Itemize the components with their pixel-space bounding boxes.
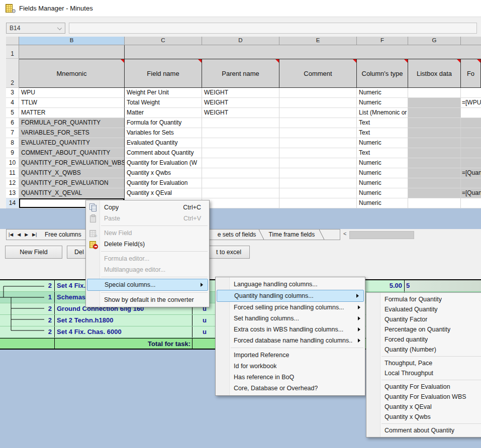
field-header-partial[interactable]: Fo — [461, 59, 481, 88]
field-header-comment[interactable]: Comment — [279, 59, 357, 88]
cell-mnemonic[interactable]: QUANTITY_FOR_EVALUATION — [19, 178, 125, 188]
cell-formula[interactable]: =[Quan — [461, 188, 481, 198]
cell-mnemonic[interactable]: QUANTITY_X_QWBS — [19, 168, 125, 178]
task-name-cell[interactable]: Set 4 Fix. Chas. 6000 — [54, 326, 192, 338]
cell-formula[interactable] — [461, 178, 481, 188]
menu-item[interactable]: Extra costs in WBS handling columns... — [216, 324, 365, 335]
cell-field-name[interactable]: Quantity x Qwbs — [125, 168, 202, 178]
menu-item[interactable]: Forced database name handling columns... — [216, 335, 365, 346]
cell-listbox-data[interactable] — [408, 168, 461, 178]
cell-column-type[interactable]: Numeric — [357, 168, 408, 178]
cell-formula[interactable] — [461, 118, 481, 128]
cell-column-type[interactable]: Text — [357, 118, 408, 128]
cell-formula[interactable] — [461, 158, 481, 168]
menu-item[interactable]: Show by default in the converter — [86, 294, 209, 305]
cell-parent-name[interactable]: WEIGHT — [202, 88, 279, 98]
cell-formula[interactable] — [461, 138, 481, 148]
cell-mnemonic[interactable]: COMMENT_ABOUT_QUANTITY — [19, 148, 125, 158]
cell-listbox-data[interactable] — [408, 138, 461, 148]
cell-comment[interactable] — [279, 118, 357, 128]
cell-comment[interactable] — [279, 148, 357, 158]
formula-input[interactable] — [69, 23, 477, 34]
cell-mnemonic[interactable]: WPU — [19, 88, 125, 98]
cell-parent-name[interactable] — [202, 148, 279, 158]
field-header-parent-name[interactable]: Parent name — [202, 59, 279, 88]
cell-field-name[interactable]: Total Weight — [125, 98, 202, 108]
column-header-C[interactable]: C — [125, 37, 202, 45]
cell-parent-name[interactable] — [202, 128, 279, 138]
row-number[interactable]: 14 — [6, 198, 19, 208]
row-number[interactable]: 1 — [6, 45, 19, 59]
column-header-F[interactable]: F — [357, 37, 408, 45]
cell-mnemonic[interactable]: VARIABLES_FOR_SETS — [19, 128, 125, 138]
row-number[interactable]: 11 — [6, 168, 19, 178]
row-number[interactable]: 7 — [6, 128, 19, 138]
field-header-mnemonic[interactable]: Mnemonic — [19, 59, 125, 88]
cell-formula[interactable]: =[Quan — [461, 168, 481, 178]
cell-formula[interactable] — [461, 128, 481, 138]
cell-formula[interactable]: =[WPU — [461, 98, 481, 108]
field-header-field-name[interactable]: Field name — [125, 59, 202, 88]
cells-row1-rest[interactable] — [125, 45, 481, 59]
cell-name-box[interactable]: B14 — [6, 23, 65, 34]
menu-item[interactable]: Quantity Factor — [366, 314, 481, 324]
cell-comment[interactable] — [279, 168, 357, 178]
column-header-G[interactable]: G — [408, 37, 461, 45]
menu-item[interactable]: CopyCtrl+C — [86, 202, 209, 213]
menu-item[interactable]: Special columns... — [87, 279, 208, 291]
prev-sheet-button[interactable]: ◀ — [15, 230, 23, 240]
cell-mnemonic[interactable]: QUANTITY_X_QEVAL — [19, 188, 125, 198]
cell-column-type[interactable]: Numeric — [357, 158, 408, 168]
row-number[interactable]: 10 — [6, 158, 19, 168]
menu-item[interactable]: Imported Reference — [216, 350, 365, 361]
cell-column-type[interactable]: Text — [357, 128, 408, 138]
column-header-partial[interactable] — [461, 37, 481, 45]
cell-listbox-data[interactable] — [408, 108, 461, 118]
row-number[interactable]: 9 — [6, 148, 19, 158]
cell-mnemonic[interactable]: QUANTITY_FOR_EVALUATION_WBS — [19, 158, 125, 168]
cell-listbox-data[interactable] — [408, 98, 461, 108]
menu-item[interactable]: Forced quantity — [366, 334, 481, 345]
cell-field-name[interactable]: Quantity for Evaluation (W — [125, 158, 202, 168]
row-number[interactable]: 2 — [6, 59, 19, 88]
cell-field-name[interactable]: Quantity x QEval — [125, 188, 202, 198]
menu-item[interactable]: Quantity For Evaluation WBS — [366, 392, 481, 402]
cell-mnemonic[interactable]: TTLW — [19, 98, 125, 108]
cell-mnemonic[interactable]: MATTER — [19, 108, 125, 118]
cell-comment[interactable] — [279, 178, 357, 188]
menu-item[interactable]: Core, Database or Overhead? — [216, 383, 365, 394]
cell-parent-name[interactable] — [202, 198, 279, 208]
cell-column-type[interactable]: List (Mnemonic or — [357, 108, 408, 118]
cell-comment[interactable] — [279, 88, 357, 98]
menu-item[interactable]: Delete Field(s) — [86, 239, 209, 250]
cell-listbox-data[interactable] — [408, 178, 461, 188]
cell-listbox-data[interactable] — [408, 148, 461, 158]
column-header-E[interactable]: E — [279, 37, 357, 45]
cell-listbox-data[interactable] — [408, 198, 461, 208]
row-number[interactable]: 8 — [6, 138, 19, 148]
cell-field-name[interactable]: Variables for Sets — [125, 128, 202, 138]
horizontal-scrollbar[interactable]: < — [341, 229, 481, 240]
cell-comment[interactable] — [279, 138, 357, 148]
cell-field-name[interactable]: Matter — [125, 108, 202, 118]
cell-b1[interactable] — [19, 45, 125, 59]
menu-item[interactable]: Quantity handling columns... — [217, 290, 364, 302]
cell-formula[interactable] — [461, 198, 481, 208]
menu-item[interactable]: Quantity (Number) — [366, 345, 481, 355]
grid-corner[interactable] — [6, 37, 19, 45]
cell-mnemonic[interactable]: EVALUATED_QUANTITY — [19, 138, 125, 148]
menu-item[interactable]: Quantity x Qwbs — [366, 412, 481, 422]
cell-column-type[interactable]: Text — [357, 148, 408, 158]
cell-listbox-data[interactable] — [408, 128, 461, 138]
cell-comment[interactable] — [279, 98, 357, 108]
menu-item[interactable]: Percentage on Quantity — [366, 324, 481, 334]
cell-column-type[interactable]: Numeric — [357, 198, 408, 208]
cell-listbox-data[interactable] — [408, 88, 461, 98]
cell-comment[interactable] — [279, 198, 357, 208]
menu-item[interactable]: Formula for Quantity — [366, 294, 481, 304]
menu-item[interactable]: Forced selling price handling columns... — [216, 302, 365, 313]
row-number[interactable]: 4 — [6, 98, 19, 108]
menu-item[interactable]: Quantity For Evaluation — [366, 382, 481, 392]
row-number[interactable]: 5 — [6, 108, 19, 118]
menu-item[interactable]: Has reference in BoQ — [216, 372, 365, 383]
